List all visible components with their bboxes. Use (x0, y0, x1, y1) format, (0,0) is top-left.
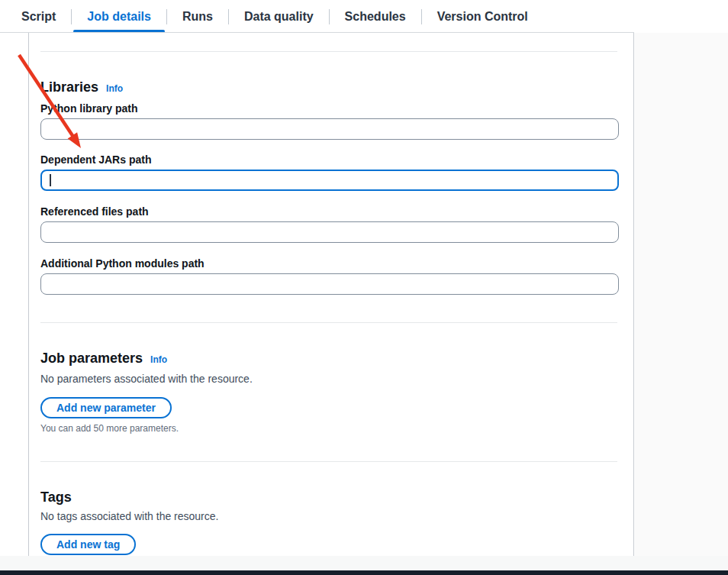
tags-title: Tags (40, 489, 72, 506)
job-parameters-info-link[interactable]: Info (150, 351, 167, 368)
dependent-jars-path-input[interactable] (40, 170, 619, 191)
python-library-path-label: Python library path (40, 102, 617, 115)
libraries-title: Libraries (40, 79, 98, 95)
section-divider (40, 322, 617, 323)
tab-data-quality[interactable]: Data quality (229, 0, 329, 33)
bottom-dark-bar (0, 570, 728, 575)
job-details-panel: Libraries Info Python library path Depen… (28, 33, 634, 556)
section-divider (40, 461, 617, 462)
additional-python-modules-path-label: Additional Python modules path (40, 257, 617, 270)
tags-section-heading: Tags (40, 489, 617, 506)
add-new-parameter-button[interactable]: Add new parameter (40, 397, 172, 418)
tab-version-control[interactable]: Version Control (422, 0, 543, 33)
job-parameters-title: Job parameters (40, 350, 143, 367)
bottom-gray-strip (0, 556, 728, 570)
section-divider (40, 51, 617, 52)
libraries-section-heading: Libraries Info (40, 79, 617, 97)
page-background-right (635, 33, 728, 556)
referenced-files-path-label: Referenced files path (40, 205, 617, 218)
tags-empty-text: No tags associated with the resource. (40, 509, 617, 523)
libraries-info-link[interactable]: Info (106, 80, 123, 97)
dependent-jars-path-label: Dependent JARs path (40, 153, 617, 166)
referenced-files-path-input[interactable] (40, 221, 619, 243)
tab-script[interactable]: Script (6, 0, 71, 33)
tab-schedules[interactable]: Schedules (330, 0, 421, 33)
job-parameters-empty-text: No parameters associated with the resour… (40, 372, 617, 386)
additional-python-modules-path-input[interactable] (40, 273, 619, 295)
tab-bar: Script Job details Runs Data quality Sch… (0, 0, 728, 33)
add-new-tag-button[interactable]: Add new tag (40, 534, 136, 555)
tab-job-details[interactable]: Job details (72, 0, 166, 33)
text-cursor (50, 174, 51, 186)
tab-runs[interactable]: Runs (167, 0, 228, 33)
job-parameters-hint: You can add 50 more parameters. (40, 423, 617, 434)
python-library-path-input[interactable] (40, 118, 619, 140)
job-parameters-section-heading: Job parameters Info (40, 350, 617, 368)
